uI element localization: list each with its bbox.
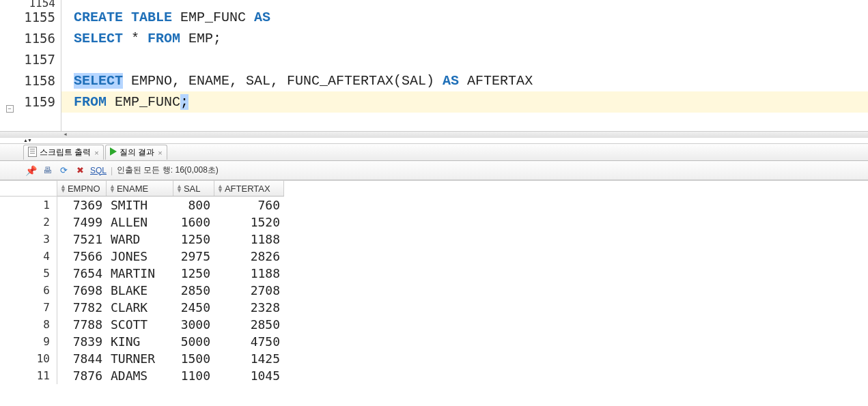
cell-sal: 2975 [173,248,214,265]
cell-sal: 1250 [173,231,214,248]
row-number: 5 [0,265,57,282]
editor-horizontal-scrollbar[interactable] [0,131,868,138]
table-row[interactable]: 7566JONES29752826 [57,248,284,265]
cell-aftertax: 2826 [214,248,284,265]
row-number: 4 [0,248,57,265]
data-grid[interactable]: ▲▼ EMPNO ▲▼ ENAME ▲▼ SAL ▲▼ AFTERTAX 736… [57,181,284,384]
results-grid[interactable]: 1234567891011 ▲▼ EMPNO ▲▼ ENAME ▲▼ SAL ▲… [0,180,868,384]
cell-ename: TURNER [107,350,173,367]
column-header-empno[interactable]: ▲▼ EMPNO [57,181,107,196]
column-label: ENAME [117,184,148,194]
row-number: 6 [0,282,57,299]
print-icon[interactable]: 🖶 [41,164,53,177]
line-number: 1154 [19,0,55,7]
pin-icon[interactable]: 📌 [25,164,37,177]
cell-aftertax: 4750 [214,333,284,350]
cell-aftertax: 2708 [214,282,284,299]
column-header-sal[interactable]: ▲▼ SAL [173,181,214,196]
cell-sal: 3000 [173,316,214,333]
cell-empno: 7876 [57,367,107,384]
column-header-ename[interactable]: ▲▼ ENAME [107,181,173,196]
close-icon[interactable]: × [94,149,98,157]
code-line[interactable] [61,49,868,70]
row-number: 2 [0,214,57,231]
result-toolbar: 📌 🖶 ⟳ ✖ SQL | 인출된 모든 행: 16(0,008초) [0,161,868,180]
code-area[interactable]: CREATE TABLE EMP_FUNC ASSELECT * FROM EM… [61,0,868,131]
cell-sal: 1250 [173,265,214,282]
sort-icon[interactable]: ▲▼ [217,184,223,193]
sort-icon[interactable]: ▲▼ [60,184,66,193]
row-number: 11 [0,367,57,384]
sql-editor[interactable]: − 1154 1155 1156 1157 1158 1159 CREATE T… [0,0,868,131]
grid-header: ▲▼ EMPNO ▲▼ ENAME ▲▼ SAL ▲▼ AFTERTAX [57,181,284,197]
line-number: 1159 [19,91,55,113]
column-label: EMPNO [68,184,100,194]
tab-script-output[interactable]: 스크립트 출력 × [23,145,104,160]
cell-ename: JONES [107,248,173,265]
column-label: AFTERTAX [225,184,270,194]
sql-link[interactable]: SQL [90,166,107,175]
close-icon[interactable]: × [158,149,162,157]
table-row[interactable]: 7369SMITH800760 [57,197,284,214]
table-row[interactable]: 7698BLAKE28502708 [57,282,284,299]
cell-empno: 7839 [57,333,107,350]
code-token: EMP_FUNC [107,94,180,110]
cell-ename: ALLEN [107,214,173,231]
code-token: ; [180,94,188,110]
code-line[interactable]: SELECT EMPNO, ENAME, SAL, FUNC_AFTERTAX(… [61,70,868,91]
fold-toggle-icon[interactable]: − [6,105,14,113]
cell-empno: 7654 [57,265,107,282]
cell-ename: BLAKE [107,282,173,299]
cell-ename: SMITH [107,197,173,214]
tab-label: 질의 결과 [120,147,154,158]
cell-empno: 7499 [57,214,107,231]
cell-empno: 7521 [57,231,107,248]
line-number: 1158 [19,70,55,91]
code-token: AFTERTAX [459,73,533,89]
code-token: CREATE TABLE [74,10,172,25]
cell-ename: MARTIN [107,265,173,282]
code-token: EMPNO, ENAME, SAL, FUNC_AFTERTAX(SAL) [123,73,443,89]
row-number: 1 [0,197,57,214]
cell-ename: SCOTT [107,316,173,333]
cell-sal: 800 [173,197,214,214]
table-row[interactable]: 7788SCOTT30002850 [57,316,284,333]
cell-sal: 2450 [173,299,214,316]
cell-ename: ADAMS [107,367,173,384]
code-token: FROM [74,94,107,110]
table-row[interactable]: 7499ALLEN16001520 [57,214,284,231]
cell-aftertax: 1425 [214,350,284,367]
code-token: AS [443,73,459,89]
splitter-handle[interactable] [0,138,868,143]
table-row[interactable]: 7844TURNER15001425 [57,350,284,367]
line-number: 1157 [19,49,55,70]
cell-sal: 1500 [173,350,214,367]
refresh-icon[interactable]: ⟳ [57,164,70,177]
separator: | [111,166,113,175]
table-row[interactable]: 7654MARTIN12501188 [57,265,284,282]
cell-empno: 7369 [57,197,107,214]
table-row[interactable]: 7782CLARK24502328 [57,299,284,316]
row-number: 8 [0,316,57,333]
code-line[interactable]: SELECT * FROM EMP; [61,28,868,49]
table-row[interactable]: 7839KING50004750 [57,333,284,350]
row-number: 9 [0,333,57,350]
cell-aftertax: 2328 [214,299,284,316]
code-token: SELECT [74,31,123,46]
tab-query-result[interactable]: 질의 결과 × [105,145,167,160]
code-line[interactable]: FROM EMP_FUNC; [61,91,868,113]
sort-icon[interactable]: ▲▼ [176,184,182,193]
cell-sal: 1100 [173,367,214,384]
code-token: EMP_FUNC [172,10,254,25]
table-row[interactable]: 7876ADAMS11001045 [57,367,284,384]
sort-icon[interactable]: ▲▼ [109,184,115,193]
cell-empno: 7566 [57,248,107,265]
code-line[interactable]: CREATE TABLE EMP_FUNC AS [61,7,868,28]
delete-icon[interactable]: ✖ [74,164,86,177]
cell-aftertax: 1045 [214,367,284,384]
code-line[interactable] [61,0,868,7]
tab-label: 스크립트 출력 [40,147,91,158]
line-number: 1155 [19,7,55,28]
table-row[interactable]: 7521WARD12501188 [57,231,284,248]
column-header-aftertax[interactable]: ▲▼ AFTERTAX [214,181,284,196]
